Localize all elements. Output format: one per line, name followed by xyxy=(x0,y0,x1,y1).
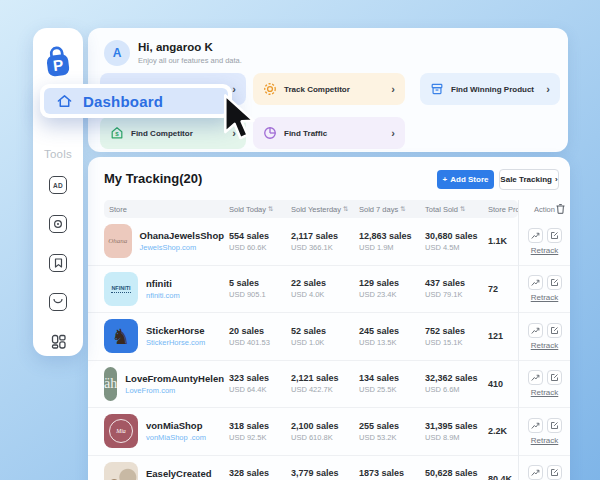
sold-today-usd: USD 60.6K xyxy=(229,243,286,252)
edit-action-button[interactable] xyxy=(547,465,562,480)
card-label: Track Competitor xyxy=(284,85,350,94)
svg-text:P: P xyxy=(52,56,64,74)
chart-action-button[interactable] xyxy=(528,418,543,433)
column-store[interactable]: Store xyxy=(104,200,224,218)
table-header: Store Sold Today⇅ Sold Yesterday⇅ Sold 7… xyxy=(88,200,570,218)
sold-yesterday-usd: USD 1.0K xyxy=(291,338,354,347)
chevron-right-icon: › xyxy=(391,127,395,139)
apps-grid-icon xyxy=(50,333,67,350)
store-link[interactable]: nfiniti.com xyxy=(146,291,180,300)
sold-yesterday-value: 2,117 sales xyxy=(291,231,354,241)
column-sold-7-days[interactable]: Sold 7 days⇅ xyxy=(354,200,420,218)
home-icon xyxy=(56,93,73,109)
column-sold-today[interactable]: Sold Today⇅ xyxy=(224,200,286,218)
sold-yesterday-usd: USD 422.7K xyxy=(291,385,354,394)
edit-icon xyxy=(550,326,559,335)
edit-action-button[interactable] xyxy=(547,275,562,290)
column-sold-yesterday[interactable]: Sold Yesterday⇅ xyxy=(286,200,354,218)
my-tracking-panel: My Tracking(20) + Add Store Sale Trackin… xyxy=(88,157,570,480)
table-body: Ohana OhanaJewelsShop JewelsShop.com 554… xyxy=(88,218,570,480)
column-action: Action xyxy=(518,200,570,218)
sidebar-item-saved[interactable] xyxy=(49,254,67,272)
sold-7days-value: 12,863 sales xyxy=(359,231,420,241)
sidebar: P Tools AD xyxy=(33,28,83,356)
column-total-sold[interactable]: Total Sold⇅ xyxy=(420,200,484,218)
dashboard-menu-popup[interactable]: Dashboard xyxy=(40,84,232,118)
chart-action-button[interactable] xyxy=(528,370,543,385)
chart-action-button[interactable] xyxy=(528,275,543,290)
chevron-right-icon: › xyxy=(391,83,395,95)
sold-today-usd: USD 401.53 xyxy=(229,338,286,347)
edit-icon xyxy=(550,231,559,240)
target-box-icon xyxy=(53,219,63,229)
store-products-value: 72 xyxy=(484,284,518,294)
app-logo-icon[interactable]: P xyxy=(41,44,75,83)
sold-yesterday-value: 2,121 sales xyxy=(291,373,354,383)
sold-today-value: 318 sales xyxy=(229,421,286,431)
sold-yesterday-usd: USD 610.8K xyxy=(291,433,354,442)
store-products-value: 80.4K xyxy=(484,474,518,480)
edit-icon xyxy=(550,278,559,287)
edit-action-button[interactable] xyxy=(547,228,562,243)
plus-icon: + xyxy=(443,175,448,184)
column-store-products[interactable]: Store Products xyxy=(484,200,518,218)
retrack-link[interactable]: Retrack xyxy=(531,388,559,397)
retrack-link[interactable]: Retrack xyxy=(531,436,559,445)
sidebar-item-apps[interactable] xyxy=(49,332,67,350)
store-link[interactable]: JewelsShop.com xyxy=(140,243,224,252)
retrack-link[interactable]: Retrack xyxy=(531,341,559,350)
sale-tracking-button[interactable]: Sale Tracking › xyxy=(499,169,559,190)
sort-icon: ⇅ xyxy=(400,205,405,213)
store-name: OhanaJewelsShop xyxy=(140,230,224,241)
store-logo: NFINITI xyxy=(104,272,138,306)
edit-action-button[interactable] xyxy=(547,418,562,433)
retrack-link[interactable]: Retrack xyxy=(531,246,559,255)
house-dollar-icon: $ xyxy=(110,126,124,140)
sold-7days-usd: USD 1.9M xyxy=(359,243,420,252)
table-row: Ohana OhanaJewelsShop JewelsShop.com 554… xyxy=(88,218,570,266)
card-find-winning-product[interactable]: Find Winning Product › xyxy=(420,73,560,105)
ad-icon: AD xyxy=(53,182,63,189)
store-name: StickerHorse xyxy=(146,325,205,336)
card-label: Find Traffic xyxy=(284,129,327,138)
tools-label: Tools xyxy=(44,148,72,160)
sort-icon: ⇅ xyxy=(343,205,348,213)
sold-yesterday-value: 22 sales xyxy=(291,278,354,288)
basket-icon xyxy=(53,298,63,306)
store-link[interactable]: StickerHorse.com xyxy=(146,338,205,347)
store-link[interactable]: LoveFrom.com xyxy=(125,386,224,395)
sold-7days-usd: USD 25.5K xyxy=(359,385,420,394)
sold-7days-usd: USD 53.2K xyxy=(359,433,420,442)
edit-action-button[interactable] xyxy=(547,370,562,385)
sold-today-value: 328 sales xyxy=(229,468,286,478)
trend-chart-icon xyxy=(531,326,540,335)
store-link[interactable]: vonMiaShop .com xyxy=(146,433,206,442)
sidebar-item-store[interactable] xyxy=(49,293,67,311)
card-find-traffic[interactable]: Find Traffic › xyxy=(253,117,405,149)
chart-action-button[interactable] xyxy=(528,323,543,338)
table-row: Mia vonMiaShop vonMiaShop .com 318 sales… xyxy=(88,408,570,456)
table-row: NFINITI nfiniti nfiniti.com 5 salesUSD 9… xyxy=(88,266,570,314)
chart-action-button[interactable] xyxy=(528,465,543,480)
chart-action-button[interactable] xyxy=(528,228,543,243)
trash-icon[interactable] xyxy=(556,204,565,214)
store-products-value: 121 xyxy=(484,331,518,341)
sold-yesterday-value: 2,100 sales xyxy=(291,421,354,431)
trend-chart-icon xyxy=(531,421,540,430)
sold-today-value: 323 sales xyxy=(229,373,286,383)
greeting-subtitle: Enjoy all our features and data. xyxy=(138,56,242,65)
mouse-cursor-icon xyxy=(219,94,257,146)
sold-yesterday-usd: USD 4.0K xyxy=(291,290,354,299)
card-track-competitor[interactable]: Track Competitor › xyxy=(253,73,405,105)
add-store-button[interactable]: + Add Store xyxy=(437,170,494,189)
sold-today-usd: USD 905.1 xyxy=(229,290,286,299)
store-logo: Mia xyxy=(104,414,138,448)
svg-text:$: $ xyxy=(115,130,119,137)
sold-7days-usd: USD 23.4K xyxy=(359,290,420,299)
sold-7days-value: 255 sales xyxy=(359,421,420,431)
retrack-link[interactable]: Retrack xyxy=(531,293,559,302)
edit-action-button[interactable] xyxy=(547,323,562,338)
store-name: EaselyCreated xyxy=(146,468,214,479)
sidebar-item-ad[interactable]: AD xyxy=(49,176,67,194)
sidebar-item-product-research[interactable] xyxy=(49,215,67,233)
